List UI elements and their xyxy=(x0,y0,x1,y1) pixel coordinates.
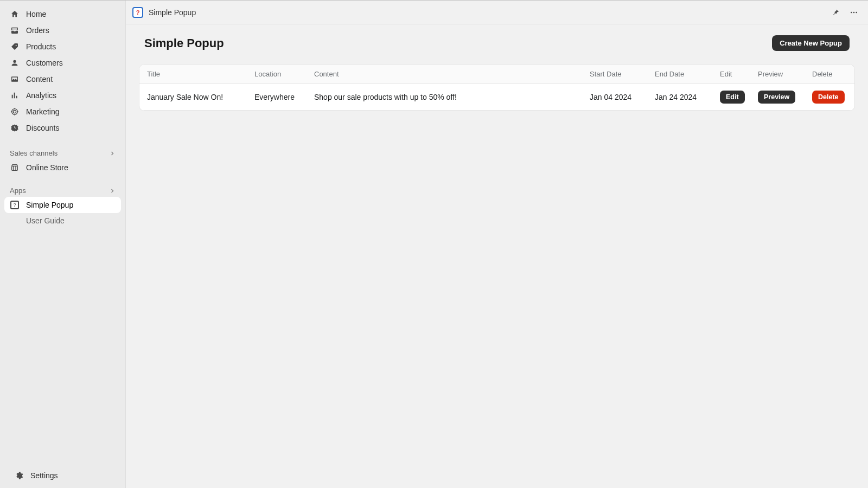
sidebar-section-apps[interactable]: Apps xyxy=(0,181,125,197)
sidebar-item-customers[interactable]: Customers xyxy=(4,55,121,71)
app-icon: ? xyxy=(10,200,20,210)
sidebar-item-user-guide[interactable]: User Guide xyxy=(4,213,121,228)
preview-button[interactable]: Preview xyxy=(758,91,795,104)
sidebar-item-label: Home xyxy=(26,10,46,18)
image-icon xyxy=(10,74,20,84)
sidebar-item-analytics[interactable]: Analytics xyxy=(4,87,121,104)
col-start-date: Start Date xyxy=(583,65,648,84)
sidebar-item-label: Content xyxy=(26,75,53,84)
home-icon xyxy=(10,9,20,19)
sidebar-item-label: Analytics xyxy=(26,91,56,100)
store-icon xyxy=(10,163,20,172)
sidebar-section-label: Apps xyxy=(10,187,26,195)
page-header: Simple Popup Create New Popup xyxy=(126,24,868,64)
cell-title: January Sale Now On! xyxy=(139,84,248,111)
sidebar-item-content[interactable]: Content xyxy=(4,71,121,87)
sidebar-section-sales-channels[interactable]: Sales channels xyxy=(0,144,125,159)
svg-point-5 xyxy=(856,11,857,13)
cell-content: Shop our sale products with up to 50% of… xyxy=(308,84,583,111)
cell-start-date: Jan 04 2024 xyxy=(583,84,648,111)
sidebar-item-label: Orders xyxy=(26,26,49,35)
col-content: Content xyxy=(308,65,583,84)
sidebar-item-label: Customers xyxy=(26,59,63,67)
pin-button[interactable] xyxy=(830,7,841,18)
sidebar-item-home[interactable]: Home xyxy=(4,6,121,22)
sidebar-item-label: Discounts xyxy=(26,124,59,132)
person-icon xyxy=(10,58,20,68)
create-new-popup-button[interactable]: Create New Popup xyxy=(772,35,850,51)
main-content: ? Simple Popup Simple Popup Create New P… xyxy=(126,1,868,488)
col-preview: Preview xyxy=(751,65,806,84)
col-title: Title xyxy=(139,65,248,84)
sidebar-item-marketing[interactable]: Marketing xyxy=(4,104,121,120)
target-icon xyxy=(10,107,20,117)
tag-icon xyxy=(10,42,20,52)
topbar: ? Simple Popup xyxy=(126,1,868,24)
chevron-right-icon xyxy=(109,188,116,194)
svg-point-4 xyxy=(853,11,855,13)
svg-point-1 xyxy=(13,110,16,113)
col-edit: Edit xyxy=(713,65,751,84)
popups-table: Title Location Content Start Date End Da… xyxy=(139,65,854,111)
edit-button[interactable]: Edit xyxy=(720,91,745,104)
cell-location: Everywhere xyxy=(248,84,308,111)
page-title: Simple Popup xyxy=(144,36,224,50)
cell-end-date: Jan 24 2024 xyxy=(648,84,713,111)
sidebar-item-label: Products xyxy=(26,42,56,51)
bar-chart-icon xyxy=(10,91,20,100)
topbar-app-name: Simple Popup xyxy=(149,8,196,17)
sidebar-item-discounts[interactable]: Discounts xyxy=(4,120,121,136)
svg-point-0 xyxy=(12,109,18,115)
sidebar-item-settings[interactable]: Settings xyxy=(9,467,117,484)
sidebar-item-label: User Guide xyxy=(26,216,65,225)
discount-icon xyxy=(10,123,20,133)
col-location: Location xyxy=(248,65,308,84)
sidebar-item-products[interactable]: Products xyxy=(4,38,121,55)
sidebar-item-label: Marketing xyxy=(26,107,59,116)
svg-rect-2 xyxy=(12,166,18,170)
sidebar: Home Orders Products xyxy=(0,1,126,488)
delete-button[interactable]: Delete xyxy=(812,91,845,104)
sidebar-item-label: Settings xyxy=(30,471,58,480)
sidebar-section-label: Sales channels xyxy=(10,149,58,157)
popups-table-card: Title Location Content Start Date End Da… xyxy=(139,64,855,111)
sidebar-item-online-store[interactable]: Online Store xyxy=(4,159,121,176)
col-delete: Delete xyxy=(806,65,854,84)
sidebar-item-orders[interactable]: Orders xyxy=(4,22,121,38)
inbox-icon xyxy=(10,25,20,35)
app-logo-icon: ? xyxy=(132,7,143,18)
more-button[interactable] xyxy=(848,7,859,18)
chevron-right-icon xyxy=(109,150,116,157)
sidebar-item-label: Online Store xyxy=(26,163,68,172)
svg-point-3 xyxy=(851,11,852,13)
sidebar-item-simple-popup[interactable]: ? Simple Popup xyxy=(4,197,121,213)
col-end-date: End Date xyxy=(648,65,713,84)
gear-icon xyxy=(14,471,24,480)
table-row: January Sale Now On! Everywhere Shop our… xyxy=(139,84,854,111)
sidebar-item-label: Simple Popup xyxy=(26,201,73,209)
